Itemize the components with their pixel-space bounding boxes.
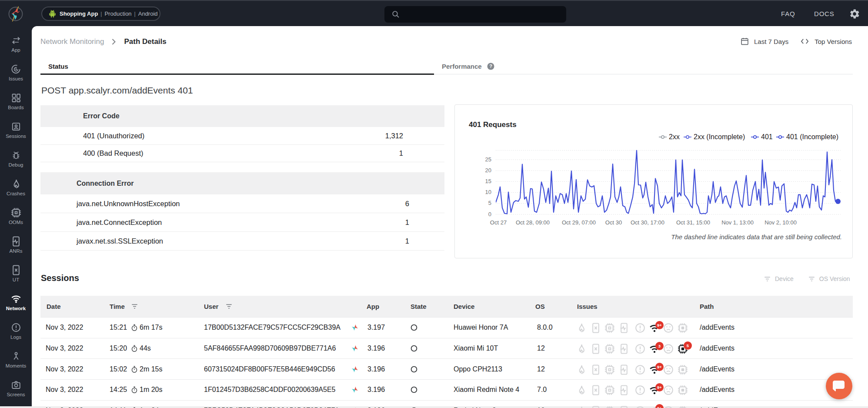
svg-text:?: ?: [489, 64, 492, 69]
